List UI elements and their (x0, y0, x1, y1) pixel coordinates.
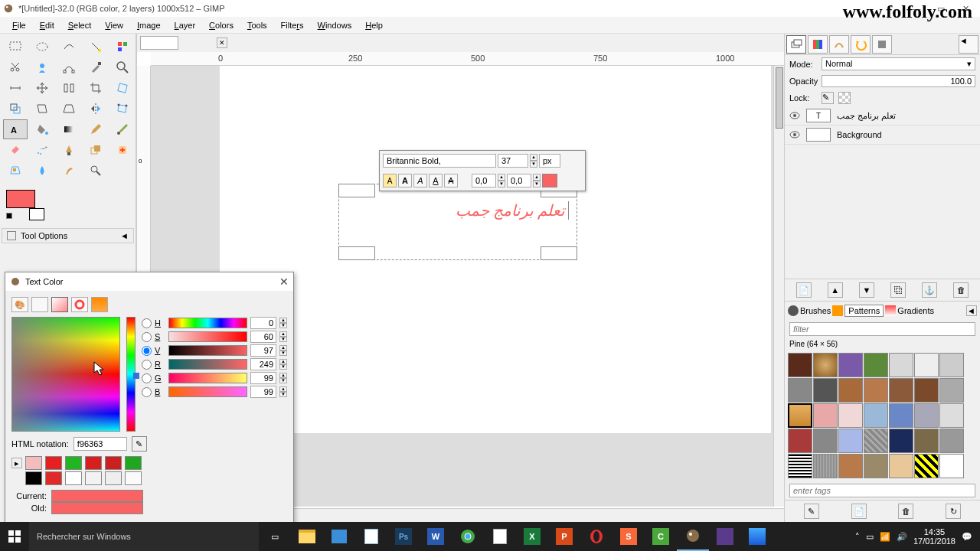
b-value[interactable]: 99 (250, 386, 276, 398)
tray-up-icon[interactable]: ˄ (855, 532, 860, 542)
delete-layer-button[interactable]: 🗑 (953, 282, 969, 298)
kerning-b-input[interactable] (507, 174, 531, 187)
patterns-tab[interactable]: Patterns (844, 305, 884, 317)
tool-crop[interactable] (83, 78, 108, 98)
pattern-item[interactable] (939, 429, 964, 453)
delete-pattern-button[interactable]: 🗑 (898, 504, 913, 519)
tray-volume-icon[interactable]: 🔊 (897, 532, 907, 542)
v-value[interactable]: 97 (250, 344, 276, 357)
recent-color[interactable] (45, 471, 62, 485)
layer-name[interactable]: تعلم برنامج جمب (837, 111, 896, 121)
channel-r-radio[interactable] (142, 360, 152, 370)
menu-edit[interactable]: Edit (34, 19, 60, 31)
tool-ellipse-select[interactable] (30, 37, 54, 57)
pattern-item[interactable] (889, 429, 913, 453)
text-baseline-button[interactable]: A (383, 174, 397, 187)
refresh-pattern-button[interactable]: ↻ (946, 504, 961, 519)
foreground-color[interactable] (6, 190, 35, 208)
pattern-item[interactable] (889, 353, 913, 377)
h-slider[interactable] (168, 318, 247, 328)
visibility-icon[interactable] (789, 129, 800, 140)
tb-notepad[interactable] (355, 522, 387, 551)
menu-tools[interactable]: Tools (241, 19, 273, 31)
tb-opera[interactable] (580, 522, 612, 551)
tb-store[interactable] (323, 522, 355, 551)
tb-excel[interactable]: X (516, 522, 548, 551)
search-box[interactable]: Rechercher sur Windows (29, 522, 259, 551)
tb-chrome[interactable] (452, 522, 484, 551)
channel-b-radio[interactable] (142, 387, 152, 397)
tray-notifications-icon[interactable]: 💬 (962, 532, 972, 542)
tool-paths[interactable] (57, 57, 81, 77)
tray-clock[interactable]: 14:35 17/01/2018 (913, 527, 956, 546)
menu-file[interactable]: File (6, 19, 32, 31)
tray-network-icon[interactable]: 📶 (880, 532, 890, 542)
tab-close-button[interactable]: ✕ (217, 37, 227, 48)
pattern-item-selected[interactable] (788, 403, 812, 428)
text-underline-button[interactable]: A (429, 174, 443, 187)
text-bold-button[interactable]: A (398, 174, 412, 187)
tags-input[interactable] (789, 484, 975, 497)
h-value[interactable]: 0 (250, 317, 276, 329)
pattern-item[interactable] (864, 429, 888, 453)
channel-s-radio[interactable] (142, 332, 152, 342)
pattern-item[interactable] (889, 403, 913, 428)
tool-flip[interactable] (83, 99, 108, 119)
tb-snagit[interactable]: S (612, 522, 645, 551)
handle-bottom-left[interactable] (338, 246, 375, 260)
pattern-item[interactable] (788, 429, 812, 453)
menu-select[interactable]: Select (62, 19, 98, 31)
tool-blur[interactable] (30, 161, 54, 181)
layer-row[interactable]: T تعلم برنامج جمب (785, 106, 980, 126)
tool-dodge[interactable] (83, 161, 108, 181)
hue-strip[interactable] (126, 317, 136, 432)
pattern-item[interactable] (838, 378, 863, 403)
s-slider[interactable] (168, 331, 247, 342)
v-slider[interactable] (168, 345, 247, 356)
tool-perspective-clone[interactable] (3, 161, 28, 181)
anchor-layer-button[interactable]: ⚓ (922, 282, 937, 298)
tool-airbrush[interactable] (30, 140, 54, 160)
recent-color[interactable] (85, 471, 102, 485)
g-value[interactable]: 99 (250, 372, 276, 384)
tool-rotate[interactable] (110, 78, 135, 98)
picker-tab-palette[interactable] (91, 297, 108, 312)
pattern-item[interactable] (813, 454, 838, 478)
swatch-expand-button[interactable]: ▸ (11, 458, 22, 468)
tool-pencil[interactable] (83, 119, 108, 139)
picker-tab-wheel[interactable] (71, 297, 88, 312)
pattern-item[interactable] (939, 353, 964, 377)
tool-measure[interactable] (3, 78, 28, 98)
tab-channels[interactable] (808, 35, 828, 54)
g-slider[interactable] (168, 373, 247, 383)
tb-photoshop[interactable]: Ps (387, 522, 420, 551)
lock-alpha-button[interactable] (838, 92, 851, 104)
tool-bucket-fill[interactable] (30, 119, 54, 139)
tb-app2[interactable] (741, 522, 773, 551)
kerning-a-input[interactable] (472, 174, 496, 187)
pattern-item[interactable] (838, 454, 863, 478)
duplicate-layer-button[interactable]: ⿻ (890, 282, 906, 298)
pattern-item[interactable] (838, 429, 863, 453)
tool-align[interactable] (57, 78, 81, 98)
pattern-item[interactable] (813, 429, 838, 453)
menu-filters[interactable]: Filters (275, 19, 310, 31)
text-strike-button[interactable]: A (444, 174, 458, 187)
tool-options-menu-icon[interactable]: ◄ (120, 231, 129, 240)
b-slider[interactable] (168, 386, 247, 397)
tab-paths[interactable] (829, 35, 849, 54)
tool-heal[interactable] (110, 140, 135, 160)
tab-menu-button[interactable]: ◄ (959, 35, 978, 54)
tab-layers[interactable] (786, 35, 806, 54)
recent-color[interactable] (105, 471, 122, 485)
r-value[interactable]: 249 (250, 358, 276, 370)
visibility-icon[interactable] (789, 110, 800, 121)
lock-pixels-button[interactable]: ✎ (822, 92, 834, 104)
menu-colors[interactable]: Colors (203, 19, 240, 31)
default-colors-icon[interactable] (6, 213, 12, 219)
text-content[interactable]: تعلم برنامج جمب (347, 201, 569, 220)
mode-select[interactable]: Normal ▾ (822, 57, 975, 70)
tool-rect-select[interactable] (3, 37, 28, 57)
opacity-slider[interactable]: 100.0 (822, 75, 975, 87)
text-layer-box[interactable]: تعلم برنامج جمب (338, 184, 577, 260)
